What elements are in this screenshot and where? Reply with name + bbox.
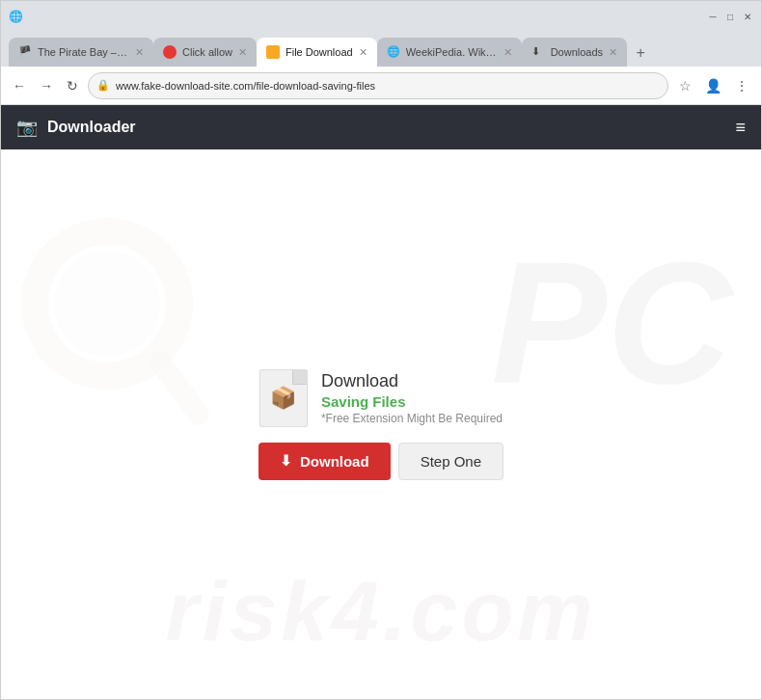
app-header-camera-icon: 📷 (16, 117, 38, 138)
title-bar-controls: ─ □ ✕ (707, 11, 753, 22)
tab-label-piratebay: The Pirate Bay – T... (38, 46, 129, 58)
browser-window: 🌐 ─ □ ✕ 🏴 The Pirate Bay – T... ✕ Click … (0, 0, 762, 700)
download-button-icon: ⬇ (280, 452, 292, 470)
back-button[interactable]: ← (9, 74, 30, 97)
download-info: 📦 Download Saving Files *Free Extension … (259, 369, 503, 427)
app-header: 📷 Downloader ≡ (1, 105, 761, 149)
tab-bar: 🏴 The Pirate Bay – T... ✕ Click allow ✕ … (1, 32, 761, 67)
file-inner-icon: 📦 (270, 386, 296, 411)
tab-label-filedownload: File Download (286, 46, 353, 58)
svg-point-0 (35, 231, 179, 376)
browser-menu-icon[interactable]: ⋮ (730, 75, 753, 96)
address-input[interactable] (88, 72, 668, 99)
tab-label-downloads: Downloads (551, 46, 603, 58)
tab-close-piratebay[interactable]: ✕ (135, 46, 144, 59)
minimize-button[interactable]: ─ (707, 11, 719, 22)
step-one-button[interactable]: Step One (398, 443, 503, 480)
download-button[interactable]: ⬇ Download (259, 443, 391, 480)
download-button-label: Download (300, 453, 369, 470)
title-bar-icon: 🌐 (9, 10, 23, 23)
tab-close-filedownload[interactable]: ✕ (359, 46, 367, 59)
title-bar-left: 🌐 (9, 10, 23, 23)
tab-favicon-piratebay: 🏴 (18, 45, 32, 59)
tab-weekipedia[interactable]: 🌐 WeekiPedia. Wiki F... ✕ (377, 38, 522, 67)
toolbar-icons: ☆ 👤 ⋮ (674, 75, 753, 96)
account-icon[interactable]: 👤 (700, 75, 726, 96)
main-content: PC risk4.com 📦 Download Saving Files *Fr… (1, 149, 761, 699)
download-subtitle: Saving Files (321, 393, 503, 410)
lock-icon: 🔒 (96, 79, 110, 92)
forward-button[interactable]: → (36, 74, 57, 97)
tab-close-clickallow[interactable]: ✕ (238, 46, 247, 59)
tab-favicon-clickallow (163, 45, 177, 59)
download-buttons: ⬇ Download Step One (259, 443, 503, 480)
tab-label-clickallow: Click allow (182, 46, 232, 58)
address-bar: ← → ↻ 🔒 ☆ 👤 ⋮ (1, 67, 761, 105)
download-note: *Free Extension Might Be Required (321, 412, 503, 425)
tab-filedownload[interactable]: File Download ✕ (257, 38, 377, 67)
bookmark-icon[interactable]: ☆ (674, 75, 696, 96)
tab-piratebay[interactable]: 🏴 The Pirate Bay – T... ✕ (9, 38, 153, 67)
tab-favicon-filedownload (266, 45, 280, 59)
maximize-button[interactable]: □ (724, 11, 736, 22)
svg-line-1 (160, 362, 199, 415)
tab-label-weekipedia: WeekiPedia. Wiki F... (406, 46, 498, 58)
tab-favicon-downloads: ⬇ (531, 45, 545, 59)
risk-watermark: risk4.com (1, 562, 761, 660)
app-menu-button[interactable]: ≡ (735, 118, 746, 138)
new-tab-button[interactable]: + (627, 40, 654, 67)
tab-downloads[interactable]: ⬇ Downloads ✕ (522, 38, 627, 67)
app-header-title: Downloader (47, 119, 136, 136)
tab-close-downloads[interactable]: ✕ (609, 46, 617, 59)
close-button[interactable]: ✕ (742, 11, 753, 22)
svg-point-2 (54, 251, 160, 357)
title-bar: 🌐 ─ □ ✕ (1, 1, 761, 32)
file-icon: 📦 (259, 369, 308, 427)
address-wrapper: 🔒 (88, 72, 668, 99)
tab-close-weekipedia[interactable]: ✕ (503, 46, 512, 59)
pc-watermark: PC (491, 236, 732, 410)
tab-favicon-weekipedia: 🌐 (387, 45, 400, 59)
download-card: 📦 Download Saving Files *Free Extension … (259, 369, 503, 480)
download-title: Download (321, 371, 503, 391)
reload-button[interactable]: ↻ (63, 74, 82, 97)
download-text-block: Download Saving Files *Free Extension Mi… (321, 371, 503, 425)
app-header-left: 📷 Downloader (16, 117, 136, 138)
tab-clickallow[interactable]: Click allow ✕ (153, 38, 257, 67)
magnifier-watermark (20, 217, 213, 443)
